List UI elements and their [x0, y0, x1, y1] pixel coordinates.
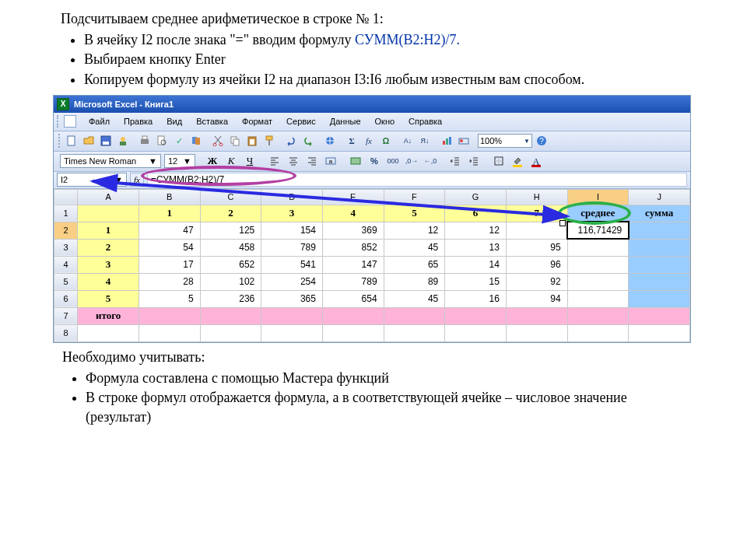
cell[interactable]: [445, 307, 507, 324]
cell[interactable]: [629, 273, 690, 290]
cell[interactable]: 16: [445, 290, 507, 307]
italic-button[interactable]: К: [223, 153, 239, 169]
cell[interactable]: 2: [78, 239, 139, 256]
fill-handle-icon[interactable]: [559, 220, 566, 226]
spell-icon[interactable]: ✓: [171, 133, 187, 149]
col-header[interactable]: A: [78, 189, 139, 205]
fill-color-icon[interactable]: [510, 153, 525, 169]
menu-tools[interactable]: Сервис: [280, 114, 322, 128]
cell[interactable]: итого: [78, 307, 139, 324]
cell[interactable]: 5: [384, 205, 445, 222]
menu-file[interactable]: Файл: [82, 114, 116, 128]
cell[interactable]: [567, 324, 629, 341]
cell[interactable]: 102: [200, 273, 261, 290]
cell[interactable]: [384, 324, 445, 341]
paste-icon[interactable]: [244, 133, 260, 149]
font-color-icon[interactable]: A: [528, 153, 544, 169]
borders-icon[interactable]: [491, 153, 507, 169]
cell[interactable]: 369: [322, 222, 384, 239]
cell[interactable]: [506, 307, 567, 324]
cut-icon[interactable]: [210, 133, 226, 149]
undo-icon[interactable]: [283, 133, 299, 149]
cell[interactable]: 4: [322, 205, 384, 222]
cell[interactable]: 1: [139, 205, 200, 222]
cell[interactable]: 94: [506, 290, 567, 307]
cell[interactable]: 154: [261, 222, 323, 239]
autosum-icon[interactable]: Σ: [344, 133, 359, 149]
cell[interactable]: 365: [261, 290, 323, 307]
row-header[interactable]: 4: [54, 256, 78, 273]
cell[interactable]: 28: [139, 273, 200, 290]
cell[interactable]: [629, 222, 690, 239]
menu-edit[interactable]: Правка: [117, 114, 159, 128]
copy-icon[interactable]: [227, 133, 243, 149]
dec-indent-icon[interactable]: [447, 153, 463, 169]
cell[interactable]: 17: [139, 256, 200, 273]
cell[interactable]: 12: [384, 222, 445, 239]
dec-decimal-icon[interactable]: ←,0: [423, 153, 438, 169]
inc-indent-icon[interactable]: [466, 153, 482, 169]
redo-icon[interactable]: [300, 133, 316, 149]
cell[interactable]: 125: [200, 222, 261, 239]
cell[interactable]: среднее: [567, 205, 629, 222]
research-icon[interactable]: [188, 133, 204, 149]
cell[interactable]: [261, 307, 323, 324]
col-header[interactable]: H: [506, 189, 567, 205]
cell[interactable]: [200, 307, 261, 324]
cell[interactable]: [567, 273, 629, 290]
grid[interactable]: A B C D E F G H I J 1 1 2 3: [54, 189, 690, 342]
cell[interactable]: 7: [506, 205, 567, 222]
cell[interactable]: 2: [200, 205, 261, 222]
row-header[interactable]: 1: [54, 205, 78, 222]
col-header[interactable]: G: [445, 189, 507, 205]
new-icon[interactable]: [64, 133, 79, 149]
percent-icon[interactable]: %: [366, 153, 382, 169]
cell[interactable]: 789: [261, 239, 323, 256]
help-icon[interactable]: ?: [534, 133, 549, 149]
underline-button[interactable]: Ч: [242, 153, 258, 169]
cell[interactable]: 92: [506, 273, 567, 290]
cell[interactable]: [384, 307, 445, 324]
menu-format[interactable]: Формат: [236, 114, 279, 128]
cell[interactable]: [322, 324, 384, 341]
cell[interactable]: 147: [322, 256, 384, 273]
row-header[interactable]: 3: [54, 239, 78, 256]
cell[interactable]: [567, 239, 629, 256]
cell[interactable]: 652: [200, 256, 261, 273]
permissions-icon[interactable]: [115, 133, 131, 149]
row-header[interactable]: 5: [54, 273, 78, 290]
row-header[interactable]: 2: [54, 222, 78, 239]
cell[interactable]: [629, 256, 690, 273]
menu-window[interactable]: Окно: [369, 114, 402, 128]
cell[interactable]: [567, 290, 629, 307]
cell[interactable]: 6: [445, 205, 507, 222]
hyperlink-icon[interactable]: [322, 133, 338, 149]
cell[interactable]: [567, 256, 629, 273]
name-box[interactable]: I2▼: [57, 173, 127, 187]
cell[interactable]: 15: [445, 273, 507, 290]
cell[interactable]: 236: [200, 290, 261, 307]
col-header[interactable]: D: [261, 189, 323, 205]
sort-desc-icon[interactable]: Я↓: [417, 133, 433, 149]
cell[interactable]: 89: [384, 273, 445, 290]
cell[interactable]: 14: [445, 256, 507, 273]
currency-icon[interactable]: [348, 153, 363, 169]
align-left-icon[interactable]: [267, 153, 282, 169]
cell[interactable]: [200, 324, 261, 341]
comma-icon[interactable]: 000: [385, 153, 401, 169]
inc-decimal-icon[interactable]: ,0→: [404, 153, 419, 169]
col-header[interactable]: B: [139, 189, 200, 205]
bold-button[interactable]: Ж: [205, 153, 220, 169]
menu-insert[interactable]: Вставка: [190, 114, 234, 128]
cell-active[interactable]: 116,71429: [567, 222, 629, 239]
cell[interactable]: 95: [506, 239, 567, 256]
open-icon[interactable]: [81, 133, 96, 149]
font-dropdown[interactable]: Times New Roman▼: [60, 154, 161, 168]
euro-icon[interactable]: Ω: [378, 133, 394, 149]
fontsize-dropdown[interactable]: 12▼: [164, 154, 195, 168]
fx-button[interactable]: fx: [130, 173, 144, 187]
cell[interactable]: 3: [78, 256, 139, 273]
formula-input[interactable]: =СУММ(B2:H2)/7: [147, 173, 687, 187]
cell[interactable]: 789: [322, 273, 384, 290]
cell[interactable]: 47: [139, 222, 200, 239]
